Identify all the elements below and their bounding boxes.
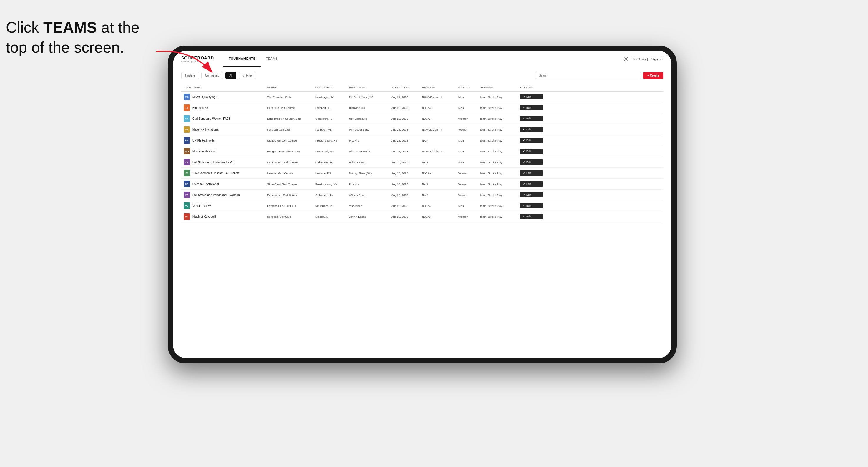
logo-title: SCOREBOARD xyxy=(181,56,214,60)
edit-button[interactable]: Edit xyxy=(520,170,543,176)
create-button[interactable]: + Create xyxy=(643,72,663,79)
start-date-cell: Aug 28, 2023 xyxy=(391,204,421,208)
scoring-cell: team, Stroke Play xyxy=(480,193,519,196)
competing-filter-button[interactable]: Competing xyxy=(201,72,223,79)
event-name-cell: HI Highland 36 xyxy=(184,104,266,111)
table-row: HI Highland 36 Park Hills Golf Course Fr… xyxy=(181,102,663,113)
venue-cell: StoneCrest Golf Course xyxy=(267,182,314,186)
event-name-cell: MA Maverick Invitational xyxy=(184,126,266,133)
edit-icon xyxy=(523,128,525,131)
gender-cell: Men xyxy=(458,139,479,142)
hosted-by-cell: Mt. Saint Mary (NY) xyxy=(349,95,390,99)
division-cell: NCAA Division II xyxy=(422,128,457,131)
event-name-cell: MO Morris Invitational xyxy=(184,148,266,155)
event-name-text: Morris Invitational xyxy=(192,150,215,153)
edit-button[interactable]: Edit xyxy=(520,94,543,99)
event-icon: MO xyxy=(184,148,190,155)
edit-button[interactable]: Edit xyxy=(520,149,543,154)
event-name-text: Klash at Kokopelli xyxy=(192,215,216,218)
edit-button[interactable]: Edit xyxy=(520,192,543,197)
edit-button[interactable]: Edit xyxy=(520,214,543,219)
hosted-by-cell: William Penn xyxy=(349,161,390,164)
city-state-cell: Oskaloosa, IA xyxy=(315,161,348,164)
city-state-cell: Deerwood, MN xyxy=(315,150,348,153)
event-name-cell: UP UPIKE Fall Invite xyxy=(184,137,266,144)
edit-button[interactable]: Edit xyxy=(520,127,543,132)
event-icon: MA xyxy=(184,126,190,133)
scoring-cell: team, Stroke Play xyxy=(480,128,519,131)
hosted-by-cell: Minnesota State xyxy=(349,128,390,131)
filter-icon xyxy=(242,74,245,77)
edit-button[interactable]: Edit xyxy=(520,203,543,208)
venue-cell: Edmundson Golf Course xyxy=(267,193,314,196)
nav-right: Test User | Sign out xyxy=(623,56,663,62)
gender-cell: Men xyxy=(458,95,479,99)
instruction-text: Click TEAMS at thetop of the screen. xyxy=(6,18,140,57)
gender-cell: Men xyxy=(458,106,479,110)
event-icon: MS xyxy=(184,94,190,100)
event-icon: VU xyxy=(184,203,190,209)
scoring-cell: team, Stroke Play xyxy=(480,182,519,186)
scoring-cell: team, Stroke Play xyxy=(480,106,519,110)
col-scoring: SCORING xyxy=(480,86,519,89)
edit-button[interactable]: Edit xyxy=(520,159,543,165)
tab-tournaments[interactable]: TOURNAMENTS xyxy=(223,51,261,67)
nav-signout[interactable]: Sign out xyxy=(651,57,663,61)
hosted-by-cell: William Penn xyxy=(349,193,390,196)
nav-bar: SCOREBOARD Powered by clippit TOURNAMENT… xyxy=(173,51,672,67)
filter-bar: Hosting Competing All Filter + Create xyxy=(181,72,663,79)
instruction-highlight: TEAMS xyxy=(43,19,97,36)
city-state-cell: Prestonsburg, KY xyxy=(315,182,348,186)
event-name-cell: CA Carl Sandburg Women FA23 xyxy=(184,115,266,122)
settings-icon[interactable] xyxy=(623,56,629,62)
event-name-text: Fall Statesmen Invitational - Men xyxy=(192,161,236,164)
col-gender: GENDER xyxy=(458,86,479,89)
edit-icon xyxy=(523,139,525,142)
table-row: VU VU PREVIEW Cypress Hills Golf Club Vi… xyxy=(181,200,663,211)
event-name-text: UPIKE Fall Invite xyxy=(192,139,215,142)
city-state-cell: Galesburg, IL xyxy=(315,117,348,120)
venue-cell: Ruttger's Bay Lake Resort xyxy=(267,150,314,153)
event-name-text: Highland 36 xyxy=(192,106,208,110)
event-icon: UP xyxy=(184,181,190,187)
start-date-cell: Aug 24, 2023 xyxy=(391,95,421,99)
scoring-cell: team, Stroke Play xyxy=(480,95,519,99)
scoring-cell: team, Stroke Play xyxy=(480,215,519,218)
all-filter-button[interactable]: All xyxy=(225,72,236,79)
division-cell: NJCAA II xyxy=(422,204,457,208)
venue-cell: StoneCrest Golf Course xyxy=(267,139,314,142)
tournaments-table: EVENT NAME VENUE CITY, STATE HOSTED BY S… xyxy=(181,84,663,222)
venue-cell: Cypress Hills Golf Club xyxy=(267,204,314,208)
gender-cell: Women xyxy=(458,172,479,175)
division-cell: NAIA xyxy=(422,193,457,196)
search-input[interactable] xyxy=(535,72,641,79)
tablet-frame: SCOREBOARD Powered by clippit TOURNAMENT… xyxy=(168,45,677,364)
table-row: UP UPIKE Fall Invite StoneCrest Golf Cou… xyxy=(181,135,663,146)
table-row: MS MSMC Qualifying 1 The Powelton Club N… xyxy=(181,92,663,102)
venue-cell: Kokopelli Golf Club xyxy=(267,215,314,218)
venue-cell: Park Hills Golf Course xyxy=(267,106,314,110)
event-icon: FA xyxy=(184,159,190,165)
event-icon: KL xyxy=(184,213,190,220)
table-body: MS MSMC Qualifying 1 The Powelton Club N… xyxy=(181,92,663,222)
filter-options-button[interactable]: Filter xyxy=(239,72,256,79)
content-area: Hosting Competing All Filter + Create xyxy=(173,67,672,358)
edit-button[interactable]: Edit xyxy=(520,181,543,187)
edit-button[interactable]: Edit xyxy=(520,105,543,111)
edit-icon xyxy=(523,205,525,207)
event-name-cell: MS MSMC Qualifying 1 xyxy=(184,94,266,100)
scoring-cell: team, Stroke Play xyxy=(480,204,519,208)
tab-teams[interactable]: TEAMS xyxy=(261,51,283,67)
edit-icon xyxy=(523,117,525,120)
edit-button[interactable]: Edit xyxy=(520,116,543,121)
event-name-text: Maverick Invitational xyxy=(192,128,219,131)
city-state-cell: Freeport, IL xyxy=(315,106,348,110)
edit-icon xyxy=(523,150,525,153)
edit-button[interactable]: Edit xyxy=(520,138,543,143)
division-cell: NCAA Division III xyxy=(422,150,457,153)
hosted-by-cell: Vincennes xyxy=(349,204,390,208)
start-date-cell: Aug 28, 2023 xyxy=(391,161,421,164)
event-name-text: Fall Statesmen Invitational - Women xyxy=(192,193,240,196)
start-date-cell: Aug 28, 2023 xyxy=(391,128,421,131)
hosting-filter-button[interactable]: Hosting xyxy=(181,72,199,79)
